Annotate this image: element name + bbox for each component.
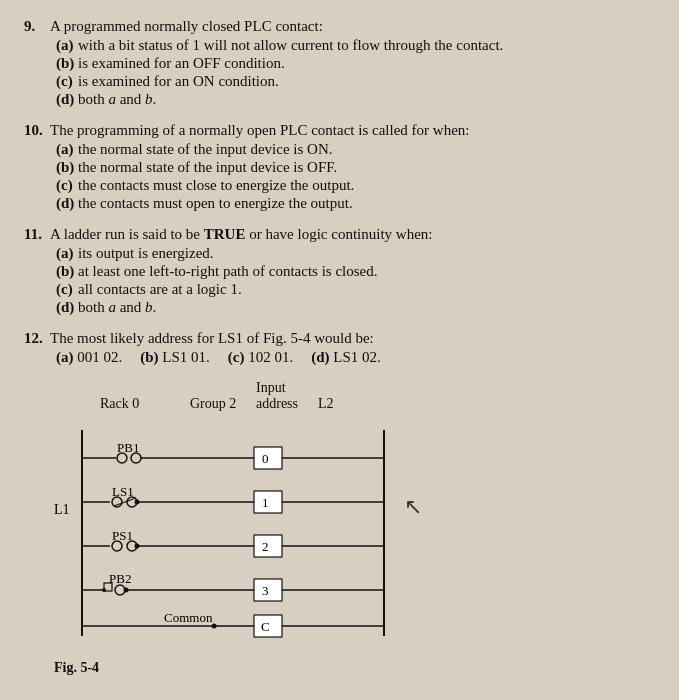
q11-text: A ladder run is said to be TRUE or have …	[50, 226, 655, 243]
rack-label: Rack 0	[100, 396, 190, 412]
q11-number: 11.	[24, 226, 48, 243]
q10-option-a: (a) the normal state of the input device…	[56, 141, 655, 158]
question-11: 11. A ladder run is said to be TRUE or h…	[24, 226, 655, 316]
q10-option-c: (c) the contacts must close to energize …	[56, 177, 655, 194]
q11-option-d: (d) both a and b.	[56, 299, 655, 316]
question-10: 10. The programming of a normally open P…	[24, 122, 655, 212]
pb2-label: PB2	[109, 571, 131, 586]
q10-options: (a) the normal state of the input device…	[56, 141, 655, 212]
q10-option-d: (d) the contacts must open to energize t…	[56, 195, 655, 212]
addr-text-2: 2	[262, 539, 269, 554]
q12-option-b: (b) LS1 01.	[140, 349, 210, 366]
q12-options: (a) 001 02. (b) LS1 01. (c) 102 01. (d) …	[56, 349, 655, 366]
q9-option-a: (a) with a bit status of 1 will not allo…	[56, 37, 655, 54]
L1-label: L1	[54, 502, 70, 517]
l2-label: L2	[318, 396, 348, 412]
question-12: 12. The most likely address for LS1 of F…	[24, 330, 655, 366]
figure-caption: Fig. 5-4	[54, 660, 655, 676]
input-address-label: Inputaddress	[256, 380, 318, 412]
q12-number: 12.	[24, 330, 48, 347]
q9-options: (a) with a bit status of 1 will not allo…	[56, 37, 655, 108]
q11-option-c: (c) all contacts are at a logic 1.	[56, 281, 655, 298]
q10-number: 10.	[24, 122, 48, 139]
addr-text-c: C	[261, 619, 270, 634]
q9-option-b: (b) is examined for an OFF condition.	[56, 55, 655, 72]
q11-option-b: (b) at least one left-to-right path of c…	[56, 263, 655, 280]
q12-text: The most likely address for LS1 of Fig. …	[50, 330, 655, 347]
addr-text-0: 0	[262, 451, 269, 466]
ls1-label: LS1	[112, 484, 134, 499]
q9-text: A programmed normally closed PLC contact…	[50, 18, 655, 35]
addr-text-1: 1	[262, 495, 269, 510]
common-label: Common	[164, 610, 213, 625]
q12-option-a: (a) 001 02.	[56, 349, 122, 366]
q9-option-c: (c) is examined for an ON condition.	[56, 73, 655, 90]
ladder-diagram: L1 PB1 0 LS1 1	[54, 414, 474, 654]
q11-options: (a) its output is energized. (b) at leas…	[56, 245, 655, 316]
question-9: 9. A programmed normally closed PLC cont…	[24, 18, 655, 108]
q11-option-a: (a) its output is energized.	[56, 245, 655, 262]
pb1-label: PB1	[117, 440, 139, 455]
figure-5-4: Rack 0 Group 2 Inputaddress L2 L1 PB1 0	[54, 380, 655, 676]
pb2-dot1	[102, 588, 106, 592]
ls1-slash	[114, 498, 136, 506]
q9-option-d: (d) both a and b.	[56, 91, 655, 108]
q9-number: 9.	[24, 18, 48, 35]
figure-header: Rack 0 Group 2 Inputaddress L2	[100, 380, 655, 412]
q12-option-d: (d) LS1 02.	[311, 349, 381, 366]
q10-option-b: (b) the normal state of the input device…	[56, 159, 655, 176]
group-label: Group 2	[190, 396, 256, 412]
cursor-arrow: ↖	[404, 494, 422, 519]
q12-option-c: (c) 102 01.	[228, 349, 293, 366]
addr-text-3: 3	[262, 583, 269, 598]
q10-text: The programming of a normally open PLC c…	[50, 122, 655, 139]
ps1-label: PS1	[112, 528, 133, 543]
